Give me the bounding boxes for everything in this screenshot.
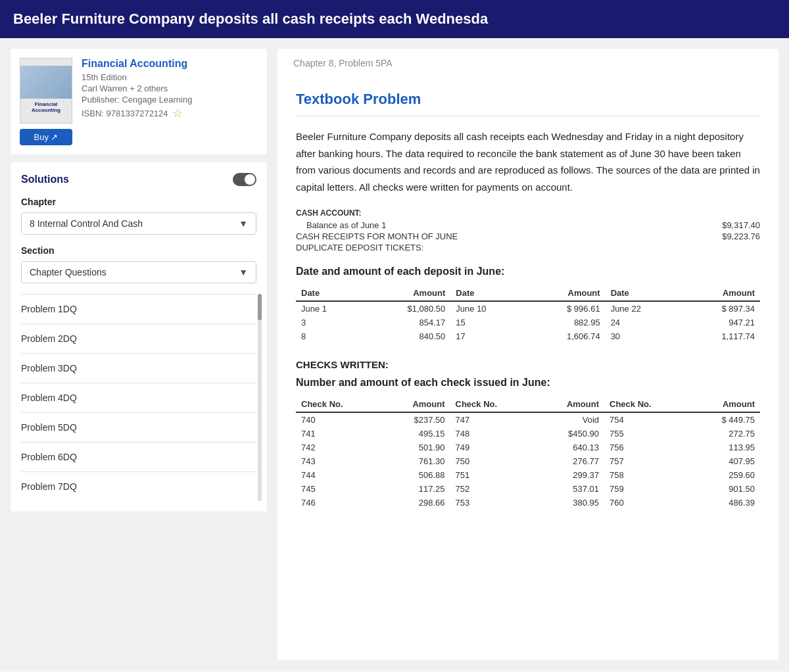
check-col-amount1: Amount: [381, 396, 450, 412]
problem-list-item[interactable]: Problem 2DQ: [21, 324, 256, 353]
book-info-panel: FinancialAccounting Buy ↗ Financial Acco…: [11, 49, 267, 155]
checks-written-header: CHECKS WRITTEN:: [296, 359, 760, 370]
table-cell: 30: [606, 329, 681, 343]
table-cell: 8: [296, 329, 362, 343]
table-row: June 1$1,080.50June 10$ 996.61June 22$ 8…: [296, 301, 760, 316]
table-cell: June 10: [450, 301, 525, 316]
book-cover-section: FinancialAccounting Buy ↗: [20, 58, 72, 145]
chevron-down-icon: ▼: [239, 218, 248, 229]
table-cell: 742: [296, 441, 381, 454]
table-cell: 1,117.74: [680, 329, 760, 343]
star-icon[interactable]: ☆: [172, 106, 183, 120]
check-col-no3: Check No.: [604, 396, 689, 412]
book-cover-image: FinancialAccounting: [20, 58, 72, 124]
table-cell: 753: [450, 496, 535, 510]
check-col-amount2: Amount: [535, 396, 605, 412]
deposit-col-amount1: Amount: [362, 285, 451, 301]
table-cell: 743: [296, 454, 381, 468]
book-details: Financial Accounting 15th Edition Carl W…: [82, 58, 258, 120]
chapter-dropdown[interactable]: 8 Internal Control And Cash ▼: [21, 212, 256, 235]
table-row: 744506.88751299.37758259.60: [296, 468, 760, 482]
page-header: Beeler Furniture Company deposits all ca…: [0, 0, 789, 38]
table-row: 741495.15748$450.90755272.75: [296, 427, 760, 441]
chapter-value: 8 Internal Control And Cash: [30, 218, 143, 229]
book-title: Financial Accounting: [82, 58, 258, 70]
solutions-toggle[interactable]: [233, 173, 256, 186]
buy-button[interactable]: Buy ↗: [20, 129, 72, 145]
sidebar: FinancialAccounting Buy ↗ Financial Acco…: [11, 49, 267, 660]
solutions-title: Solutions: [21, 174, 69, 185]
table-cell: $ 897.34: [680, 301, 760, 316]
table-cell: 113.95: [689, 441, 760, 454]
problem-list-item[interactable]: Problem 1DQ: [21, 294, 256, 324]
deposit-col-date2: Date: [450, 285, 525, 301]
table-cell: 298.66: [381, 496, 450, 510]
section-label: Section: [21, 245, 256, 256]
problem-list-item[interactable]: Problem 4DQ: [21, 383, 256, 412]
book-publisher: Publisher: Cengage Learning: [82, 95, 258, 105]
checks-table-body: 740$237.50747Void754$ 449.75741495.15748…: [296, 412, 760, 510]
table-cell: 750: [450, 454, 535, 468]
problem-list-item[interactable]: Problem 6DQ: [21, 442, 256, 471]
table-row: 3854.1715882.9524947.21: [296, 316, 760, 329]
table-cell: 741: [296, 427, 381, 441]
cover-title-text: FinancialAccounting: [29, 99, 63, 116]
table-cell: 506.88: [381, 468, 450, 482]
table-cell: 407.95: [689, 454, 760, 468]
table-cell: June 1: [296, 301, 362, 316]
check-col-amount3: Amount: [689, 396, 760, 412]
table-cell: 501.90: [381, 441, 450, 454]
table-cell: 749: [450, 441, 535, 454]
table-cell: 854.17: [362, 316, 451, 329]
problem-list-item[interactable]: Problem 7DQ: [21, 471, 256, 501]
table-cell: 751: [450, 468, 535, 482]
table-cell: $450.90: [535, 427, 605, 441]
problem-card: Textbook Problem Beeler Furniture Compan…: [277, 75, 778, 525]
table-cell: 760: [604, 496, 689, 510]
table-cell: 380.95: [535, 496, 605, 510]
deposit-table: Date Amount Date Amount Date Amount June…: [296, 285, 760, 343]
table-cell: 740: [296, 412, 381, 427]
table-cell: $ 996.61: [525, 301, 606, 316]
problem-list-item[interactable]: Problem 3DQ: [21, 353, 256, 383]
table-cell: 756: [604, 441, 689, 454]
cash-row-2: DUPLICATE DEPOSIT TICKETS:: [296, 243, 760, 252]
table-cell: $1,080.50: [362, 301, 451, 316]
scrollbar-thumb[interactable]: [258, 294, 262, 320]
table-cell: June 22: [606, 301, 681, 316]
deposit-col-amount2: Amount: [525, 285, 606, 301]
table-cell: 537.01: [535, 482, 605, 496]
section-dropdown[interactable]: Chapter Questions ▼: [21, 261, 256, 283]
table-cell: $237.50: [381, 412, 450, 427]
table-cell: 754: [604, 412, 689, 427]
table-cell: 15: [450, 316, 525, 329]
table-cell: 745: [296, 482, 381, 496]
cash-account-section: CASH ACCOUNT: Balance as of June 1 $9,31…: [296, 208, 760, 252]
problem-list-wrapper: Problem 1DQProblem 2DQProblem 3DQProblem…: [21, 294, 256, 501]
table-cell: 744: [296, 468, 381, 482]
table-cell: 486.39: [689, 496, 760, 510]
table-cell: 747: [450, 412, 535, 427]
table-cell: 758: [604, 468, 689, 482]
deposit-col-date3: Date: [606, 285, 681, 301]
problem-list-item[interactable]: Problem 5DQ: [21, 412, 256, 442]
check-col-no1: Check No.: [296, 396, 381, 412]
table-row: 746298.66753380.95760486.39: [296, 496, 760, 510]
table-cell: 761.30: [381, 454, 450, 468]
checks-table: Check No. Amount Check No. Amount Check …: [296, 396, 760, 510]
divider: [296, 116, 760, 116]
solutions-header: Solutions: [21, 173, 256, 186]
table-cell: 299.37: [535, 468, 605, 482]
table-cell: 17: [450, 329, 525, 343]
table-cell: 495.15: [381, 427, 450, 441]
table-cell: 757: [604, 454, 689, 468]
table-cell: 755: [604, 427, 689, 441]
solutions-panel: Solutions Chapter 8 Internal Control And…: [11, 162, 267, 512]
table-cell: 272.75: [689, 427, 760, 441]
deposit-heading: Date and amount of each deposit in June:: [296, 266, 760, 277]
checks-heading: Number and amount of each check issued i…: [296, 377, 760, 389]
table-cell: 759: [604, 482, 689, 496]
deposit-table-body: June 1$1,080.50June 10$ 996.61June 22$ 8…: [296, 301, 760, 343]
table-cell: 840.50: [362, 329, 451, 343]
cash-row-0: Balance as of June 1 $9,317.40: [296, 220, 760, 230]
